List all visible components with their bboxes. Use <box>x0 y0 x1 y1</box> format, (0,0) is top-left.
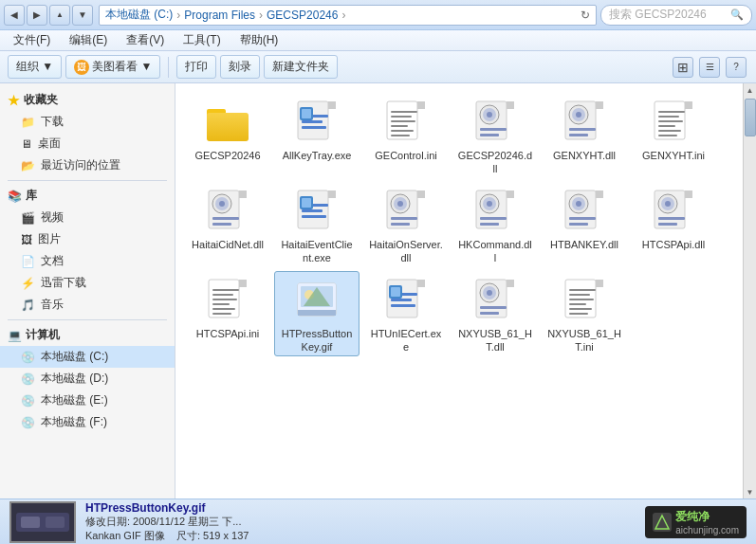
scroll-thumb[interactable] <box>745 99 756 136</box>
sidebar-item-label: 视频 <box>41 209 64 226</box>
forward-button[interactable]: ▶ <box>27 5 47 26</box>
file-item[interactable]: HTUnIECert.exe <box>363 271 449 356</box>
file-label: GECSP20246.dll <box>457 149 533 176</box>
sidebar-item-f-drive[interactable]: 💿 本地磁盘 (F:) <box>0 411 175 433</box>
menu-help[interactable]: 帮助(H) <box>234 30 285 50</box>
svg-rect-131 <box>569 308 592 310</box>
file-label: HTUnIECert.exe <box>368 327 444 354</box>
svg-rect-60 <box>302 198 311 208</box>
sidebar-item-pictures[interactable]: 🖼 图片 <box>0 228 175 250</box>
svg-rect-113 <box>391 304 415 307</box>
file-icon-exe <box>294 100 340 145</box>
sidebar-item-recent[interactable]: 📂 最近访问的位置 <box>0 154 175 176</box>
svg-rect-136 <box>46 517 65 528</box>
sidebar-item-documents[interactable]: 📄 文档 <box>0 250 175 272</box>
sidebar-item-music[interactable]: 🎵 音乐 <box>0 294 175 316</box>
file-icon-ini <box>562 278 607 323</box>
svg-rect-43 <box>658 130 681 132</box>
file-item[interactable]: NXYUSB_61_HT.ini <box>542 271 627 356</box>
svg-point-25 <box>487 112 492 118</box>
file-item[interactable]: GEControl.ini <box>363 93 449 178</box>
svg-rect-98 <box>212 299 237 300</box>
up-button[interactable]: ▲ <box>49 5 70 26</box>
new-folder-button[interactable]: 新建文件夹 <box>264 55 338 79</box>
svg-rect-16 <box>391 120 415 122</box>
path-gecsp[interactable]: GECSP20246 <box>267 9 338 22</box>
file-item[interactable]: HTCSPApi.dll <box>631 182 716 267</box>
print-button[interactable]: 打印 <box>176 55 216 79</box>
file-item[interactable]: HTPressButtonKey.gif <box>274 271 360 356</box>
sidebar-item-video[interactable]: 🎬 视频 <box>0 207 175 228</box>
svg-rect-123 <box>480 312 499 315</box>
file-item[interactable]: AllKeyTray.exe <box>274 93 360 178</box>
sidebar-item-label: 本地磁盘 (F:) <box>41 414 107 430</box>
file-item[interactable]: HaitaiEventClient.exe <box>274 182 360 267</box>
scrollbar-vertical[interactable]: ▲ ▼ <box>743 83 756 499</box>
menu-edit[interactable]: 编辑(E) <box>64 30 113 50</box>
computer-header[interactable]: 💻 计算机 <box>0 324 175 346</box>
file-icon-dll <box>205 189 250 234</box>
path-program-files[interactable]: Program Files <box>184 9 255 22</box>
library-header[interactable]: 📚 库 <box>0 185 175 207</box>
svg-rect-15 <box>391 116 412 118</box>
drive-icon: 💿 <box>21 372 35 386</box>
menu-view[interactable]: 查看(V) <box>120 30 170 50</box>
file-item[interactable]: GECSP20246 <box>185 93 270 178</box>
svg-rect-41 <box>658 120 683 122</box>
sidebar-item-desktop[interactable]: 🖥 桌面 <box>0 133 175 154</box>
file-item[interactable]: HTBANKEY.dll <box>542 182 627 267</box>
file-item[interactable]: HaitaiOnServer.dll <box>363 182 449 267</box>
file-item[interactable]: NXYUSB_61_HT.dll <box>452 271 538 356</box>
sidebar-item-thunder[interactable]: ⚡ 迅雷下载 <box>0 272 175 294</box>
sidebar-item-e-drive[interactable]: 💿 本地磁盘 (E:) <box>0 390 175 411</box>
svg-rect-38 <box>685 101 692 109</box>
burn-button[interactable]: 刻录 <box>220 55 260 79</box>
favorites-header[interactable]: ★ 收藏夹 <box>0 89 175 111</box>
file-label: GEControl.ini <box>375 149 436 162</box>
menu-file[interactable]: 文件(F) <box>8 30 56 50</box>
sidebar-item-c-drive[interactable]: 💿 本地磁盘 (C:) <box>0 346 175 368</box>
search-box[interactable]: 搜索 GECSP20246 🔍 <box>600 5 752 26</box>
sidebar-item-download[interactable]: 📁 下载 <box>0 111 175 133</box>
logo-text: 爱纯净 <box>675 509 739 525</box>
svg-rect-2 <box>207 113 249 141</box>
svg-rect-112 <box>391 299 412 301</box>
svg-rect-27 <box>480 134 499 136</box>
path-drive[interactable]: 本地磁盘 (C:) <box>105 7 173 23</box>
svg-rect-55 <box>328 190 336 198</box>
content-area: GECSP20246 AllKeyTray.exe GEControl.ini <box>175 83 756 499</box>
svg-rect-75 <box>480 217 507 220</box>
library-label: 库 <box>26 188 37 204</box>
svg-rect-96 <box>212 289 239 291</box>
refresh-icon[interactable]: ↻ <box>581 9 590 22</box>
recent-button[interactable]: ▼ <box>72 5 93 26</box>
address-bar[interactable]: 本地磁盘 (C:) › Program Files › GECSP20246 ›… <box>99 5 597 26</box>
file-item[interactable]: GECSP20246.dll <box>452 93 538 178</box>
document-icon: 📄 <box>21 255 35 268</box>
back-button[interactable]: ◀ <box>4 5 25 26</box>
file-item[interactable]: HaitaiCidNet.dll <box>185 182 270 267</box>
file-item[interactable]: GENXYHT.dll <box>542 93 627 178</box>
help-button[interactable]: ? <box>726 57 747 78</box>
menu-tools[interactable]: 工具(T) <box>177 30 226 50</box>
sidebar-item-d-drive[interactable]: 💿 本地磁盘 (D:) <box>0 368 175 390</box>
file-item[interactable]: GENXYHT.ini <box>631 93 716 178</box>
computer-icon: 💻 <box>8 329 22 342</box>
file-item[interactable]: HKCommand.dll <box>452 182 538 267</box>
view-list-button[interactable]: ☰ <box>699 57 720 78</box>
file-item[interactable]: HTCSPApi.ini <box>185 271 270 356</box>
svg-rect-19 <box>391 135 410 136</box>
organize-button[interactable]: 组织 ▼ <box>8 55 62 79</box>
menu-bar: 文件(F) 编辑(E) 查看(V) 工具(T) 帮助(H) <box>0 30 756 51</box>
svg-rect-128 <box>569 294 590 296</box>
library-icon: 📚 <box>8 190 22 203</box>
file-label: HKCommand.dll <box>457 238 533 265</box>
favorites-label: 收藏夹 <box>24 92 58 108</box>
svg-point-33 <box>576 112 581 118</box>
view-toggle-button[interactable]: ⊞ <box>673 57 693 78</box>
thunder-icon: ⚡ <box>21 277 35 290</box>
svg-rect-34 <box>569 128 596 131</box>
image-viewer-button[interactable]: 🖼 美图看看 ▼ <box>65 55 160 79</box>
svg-rect-127 <box>569 289 596 291</box>
sidebar-item-label: 最近访问的位置 <box>41 157 120 173</box>
